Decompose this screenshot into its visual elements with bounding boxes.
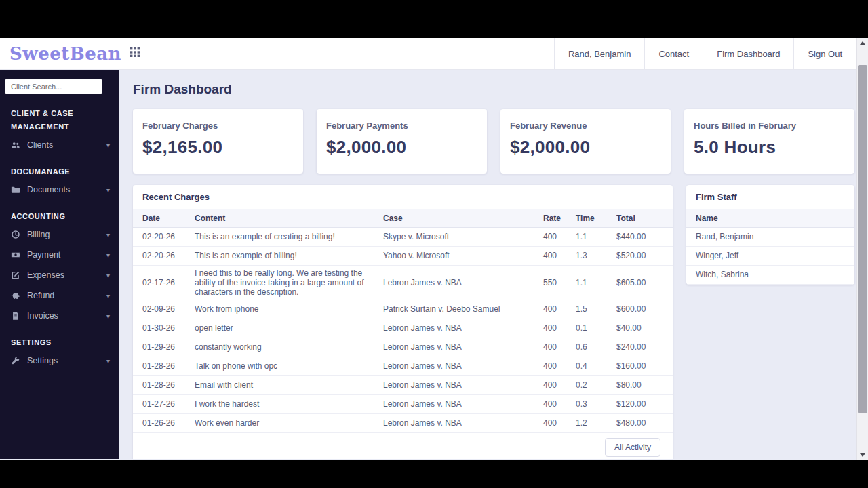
firm-staff-panel: Firm Staff Name Rand, Benjamin bbox=[686, 185, 854, 285]
cell-date: 01-26-26 bbox=[133, 413, 195, 432]
nav-item-sign-out[interactable]: Sign Out bbox=[793, 38, 856, 69]
column-header-case: Case bbox=[383, 209, 543, 227]
main-content: Firm Dashboard February Charges $2,165.0… bbox=[119, 70, 868, 459]
cell-case: Lebron James v. NBA bbox=[383, 319, 543, 338]
brand-logo[interactable]: SweetBean bbox=[9, 43, 121, 64]
table-row[interactable]: Rand, Benjamin bbox=[686, 227, 854, 246]
table-row[interactable]: 01-27-26 I work the hardest Lebron James… bbox=[133, 394, 673, 413]
table-row[interactable]: 02-20-26 This is an example of billing! … bbox=[133, 246, 673, 265]
cell-content: I need this to be really long. We are te… bbox=[195, 265, 383, 300]
cell-rate: 400 bbox=[543, 300, 576, 319]
top-nav: Rand, Benjamin Contact Firm Dashboard Si… bbox=[554, 38, 856, 69]
recent-charges-footer: All Activity bbox=[133, 433, 673, 460]
table-row[interactable]: 02-20-26 This is an example of creating … bbox=[133, 227, 673, 246]
nav-item-contact[interactable]: Contact bbox=[644, 38, 703, 69]
cell-content: constantly working bbox=[195, 338, 383, 357]
stat-value: $2,000.00 bbox=[326, 137, 477, 158]
cell-staff-name: Witch, Sabrina bbox=[686, 265, 854, 284]
sidebar-item-expenses[interactable]: Expenses ▾ bbox=[0, 265, 119, 285]
cell-rate: 400 bbox=[543, 319, 576, 338]
wrench-icon bbox=[11, 356, 20, 365]
table-row[interactable]: Witch, Sabrina bbox=[686, 265, 854, 284]
table-row[interactable]: 01-26-26 Work even harder Lebron James v… bbox=[133, 413, 673, 432]
vertical-scrollbar[interactable] bbox=[856, 38, 868, 460]
cell-rate: 400 bbox=[543, 246, 576, 265]
table-row[interactable]: 01-28-26 Email with client Lebron James … bbox=[133, 375, 673, 394]
cell-time: 1.2 bbox=[576, 413, 616, 432]
nav-item-user[interactable]: Rand, Benjamin bbox=[554, 38, 645, 69]
table-row[interactable]: 01-28-26 Talk on phone with opc Lebron J… bbox=[133, 357, 673, 375]
stat-value: $2,165.00 bbox=[142, 137, 294, 158]
stat-card-february-payments: February Payments $2,000.00 bbox=[317, 109, 487, 174]
column-header-rate: Rate bbox=[543, 209, 576, 227]
file-invoice-icon bbox=[11, 311, 20, 321]
column-header-total: Total bbox=[616, 209, 673, 227]
sidebar-item-label: Invoices bbox=[27, 311, 106, 321]
cell-case: Lebron James v. NBA bbox=[383, 394, 543, 413]
scroll-down-button[interactable] bbox=[857, 450, 868, 460]
sidebar-item-documents[interactable]: Documents ▾ bbox=[0, 180, 119, 200]
stat-card-hours-billed: Hours Billed in February 5.0 Hours bbox=[684, 109, 854, 174]
cell-content: Work from iphone bbox=[195, 300, 383, 319]
sidebar-item-clients[interactable]: Clients ▾ bbox=[0, 135, 119, 155]
cell-date: 01-28-26 bbox=[133, 375, 195, 394]
sidebar-item-label: Billing bbox=[27, 230, 106, 239]
sidebar-item-refund[interactable]: Refund ▾ bbox=[0, 285, 119, 306]
nav-item-firm-dashboard[interactable]: Firm Dashboard bbox=[703, 38, 793, 69]
sidebar-heading-client-case: CLIENT & CASE MANAGEMENT bbox=[0, 97, 102, 135]
cell-time: 0.6 bbox=[576, 338, 616, 357]
recent-charges-panel: Recent Charges Date Content Case Rate Ti… bbox=[133, 185, 673, 459]
table-row[interactable]: Winger, Jeff bbox=[686, 246, 854, 265]
sidebar-item-settings[interactable]: Settings ▾ bbox=[0, 350, 119, 371]
page-title: Firm Dashboard bbox=[133, 82, 854, 97]
top-header: SweetBean Rand, Benjamin Contact Firm Da… bbox=[0, 38, 868, 70]
cell-time: 1.1 bbox=[576, 265, 616, 300]
chevron-down-icon: ▾ bbox=[106, 142, 110, 149]
table-row[interactable]: 01-30-26 open letter Lebron James v. NBA… bbox=[133, 319, 673, 338]
cell-content: This is an example of billing! bbox=[195, 246, 383, 265]
cell-date: 01-28-26 bbox=[133, 357, 195, 375]
cell-total: $160.00 bbox=[616, 357, 673, 375]
apps-grid-button[interactable] bbox=[119, 38, 151, 69]
brand-logo-area[interactable]: SweetBean bbox=[0, 38, 119, 69]
chevron-down-icon: ▾ bbox=[106, 186, 110, 194]
sidebar-item-payment[interactable]: Payment ▾ bbox=[0, 245, 119, 265]
cell-case: Lebron James v. NBA bbox=[383, 413, 543, 432]
content-row: Recent Charges Date Content Case Rate Ti… bbox=[133, 185, 854, 459]
cell-total: $440.00 bbox=[616, 227, 673, 246]
cell-time: 0.2 bbox=[576, 375, 616, 394]
scrollbar-thumb[interactable] bbox=[858, 65, 867, 413]
stat-card-february-charges: February Charges $2,165.00 bbox=[133, 109, 303, 174]
cell-date: 01-29-26 bbox=[133, 338, 195, 357]
cell-case: Patrick Surtain v. Deebo Samuel bbox=[383, 300, 543, 319]
scroll-up-button[interactable] bbox=[857, 38, 868, 47]
cell-case: Skype v. Microsoft bbox=[383, 227, 543, 246]
all-activity-button[interactable]: All Activity bbox=[605, 438, 660, 457]
table-row[interactable]: 02-17-26 I need this to be really long. … bbox=[133, 265, 673, 300]
cell-date: 02-17-26 bbox=[133, 265, 195, 300]
header-spacer bbox=[151, 38, 554, 69]
cell-time: 1.1 bbox=[576, 227, 616, 246]
chevron-down-icon: ▾ bbox=[106, 231, 110, 239]
firm-staff-table: Name Rand, Benjamin Winger, Jeff Wit bbox=[686, 209, 854, 285]
column-header-time: Time bbox=[576, 209, 616, 227]
table-row[interactable]: 02-09-26 Work from iphone Patrick Surtai… bbox=[133, 300, 673, 319]
sidebar-item-invoices[interactable]: Invoices ▾ bbox=[0, 306, 119, 326]
table-row[interactable]: 01-29-26 constantly working Lebron James… bbox=[133, 338, 673, 357]
cell-rate: 400 bbox=[543, 394, 576, 413]
cell-total: $120.00 bbox=[616, 394, 673, 413]
table-header-row: Date Content Case Rate Time Total bbox=[133, 209, 673, 227]
scroll-up-icon bbox=[860, 41, 865, 45]
sidebar-item-label: Expenses bbox=[27, 270, 106, 280]
recent-charges-title: Recent Charges bbox=[133, 185, 673, 209]
stats-row: February Charges $2,165.00 February Paym… bbox=[133, 109, 854, 174]
sidebar-item-billing[interactable]: Billing ▾ bbox=[0, 224, 119, 245]
sidebar-item-label: Settings bbox=[27, 356, 106, 365]
cell-total: $240.00 bbox=[616, 338, 673, 357]
client-search-input[interactable] bbox=[5, 79, 102, 94]
stat-label: February Revenue bbox=[510, 121, 661, 131]
cell-time: 0.4 bbox=[576, 357, 616, 375]
table-header-row: Name bbox=[686, 209, 854, 227]
cell-time: 1.5 bbox=[576, 300, 616, 319]
chevron-down-icon: ▾ bbox=[106, 312, 110, 320]
